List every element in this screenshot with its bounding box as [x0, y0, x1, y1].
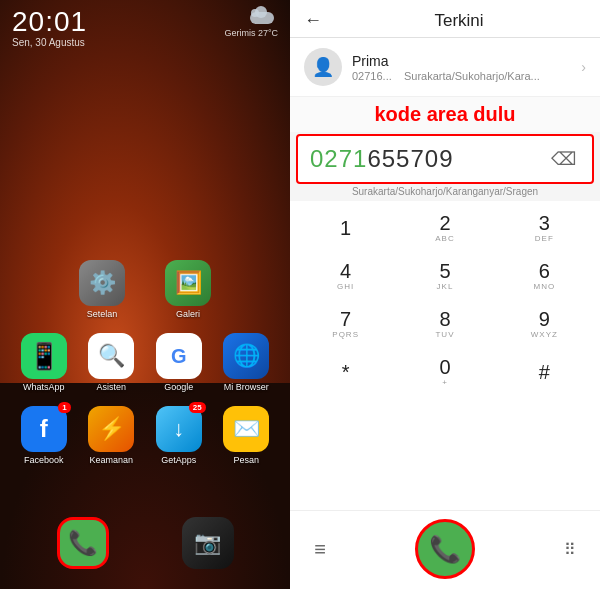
app-icon-setelan[interactable]: ⚙️ Setelan: [74, 260, 130, 319]
time-display: 20:01: [12, 8, 87, 36]
pesan-icon: ✉️: [223, 406, 269, 452]
key-3[interactable]: 3 DEF: [503, 205, 585, 251]
key-star[interactable]: *: [305, 349, 387, 395]
key-1[interactable]: 1: [305, 205, 387, 251]
grid-button[interactable]: ⠿: [552, 531, 588, 567]
dialer-bottom: ≡ 📞 ⠿: [290, 510, 600, 589]
camera-icon: 📷: [194, 530, 221, 556]
mibrowser-icon: 🌐: [223, 333, 269, 379]
call-button[interactable]: 📞: [415, 519, 475, 579]
app-icon-galeri[interactable]: 🖼️ Galeri: [160, 260, 216, 319]
app-row-3: f 1 Facebook ⚡ Keamanan ↓ 25 GetApps ✉️ …: [10, 406, 280, 465]
contact-number: 02716... Surakarta/Sukoharjo/Kara...: [352, 70, 571, 82]
app-icon-keamanan[interactable]: ⚡ Keamanan: [83, 406, 139, 465]
app-icon-google[interactable]: G Google: [151, 333, 207, 392]
right-panel: ← Terkini 👤 Prima 02716... Surakarta/Suk…: [290, 0, 600, 589]
getapps-label: GetApps: [161, 455, 196, 465]
keypad: 1 2 ABC 3 DEF 4 GHI 5 JKL 6: [290, 201, 600, 510]
key-0[interactable]: 0 +: [404, 349, 486, 395]
weather-block: Gerimis 27°C: [224, 8, 278, 38]
dialer-title: Terkini: [332, 11, 586, 31]
facebook-label: Facebook: [24, 455, 64, 465]
chevron-right-icon: ›: [581, 59, 586, 75]
contact-name: Prima: [352, 53, 571, 69]
number-rest-display: 655709: [367, 145, 453, 172]
key-2[interactable]: 2 ABC: [404, 205, 486, 251]
galeri-label: Galeri: [176, 309, 200, 319]
key-5[interactable]: 5 JKL: [404, 253, 486, 299]
app-icon-whatsapp[interactable]: 📱 WhatsApp: [16, 333, 72, 392]
contact-info: Prima 02716... Surakarta/Sukoharjo/Kara.…: [352, 53, 571, 82]
date-display: Sen, 30 Agustus: [12, 38, 87, 48]
key-6[interactable]: 6 MNO: [503, 253, 585, 299]
keypad-row-3: 7 PQRS 8 TUV 9 WXYZ: [296, 301, 594, 347]
input-location: Surakarta/Sukoharjo/Karanganyar/Sragen: [296, 186, 594, 197]
google-label: Google: [164, 382, 193, 392]
whatsapp-label: WhatsApp: [23, 382, 65, 392]
app-icon-asisten[interactable]: 🔍 Asisten: [83, 333, 139, 392]
keypad-row-4: * 0 + #: [296, 349, 594, 395]
google-icon: G: [156, 333, 202, 379]
contact-avatar: 👤: [304, 48, 342, 86]
keamanan-icon: ⚡: [88, 406, 134, 452]
weather-icon: [250, 8, 278, 28]
asisten-icon: 🔍: [88, 333, 134, 379]
key-8[interactable]: 8 TUV: [404, 301, 486, 347]
time-block: 20:01 Sen, 30 Agustus: [12, 8, 87, 48]
app-grid: ⚙️ Setelan 🖼️ Galeri 📱 WhatsApp 🔍 Asiste…: [0, 260, 290, 479]
app-row-1: ⚙️ Setelan 🖼️ Galeri: [10, 260, 280, 319]
dock-camera-button[interactable]: 📷: [182, 517, 234, 569]
app-row-2: 📱 WhatsApp 🔍 Asisten G Google 🌐 Mi Brows…: [10, 333, 280, 392]
facebook-icon: f 1: [21, 406, 67, 452]
key-7[interactable]: 7 PQRS: [305, 301, 387, 347]
input-number: 0271655709: [310, 145, 547, 173]
delete-button[interactable]: ⌫: [547, 144, 580, 174]
pesan-label: Pesan: [233, 455, 259, 465]
input-display: 0271655709 ⌫: [296, 134, 594, 184]
key-9[interactable]: 9 WXYZ: [503, 301, 585, 347]
menu-button[interactable]: ≡: [302, 531, 338, 567]
call-icon: 📞: [429, 534, 461, 565]
recent-item[interactable]: 👤 Prima 02716... Surakarta/Sukoharjo/Kar…: [290, 38, 600, 97]
cloud-shape: [250, 12, 274, 24]
facebook-badge: 1: [58, 402, 70, 413]
asisten-label: Asisten: [96, 382, 126, 392]
app-icon-mibrowser[interactable]: 🌐 Mi Browser: [218, 333, 274, 392]
weather-text: Gerimis 27°C: [224, 28, 278, 38]
app-icon-getapps[interactable]: ↓ 25 GetApps: [151, 406, 207, 465]
menu-icon: ≡: [314, 538, 326, 561]
setelan-icon: ⚙️: [79, 260, 125, 306]
status-bar: 20:01 Sen, 30 Agustus Gerimis 27°C: [0, 0, 290, 52]
dock: 📞 📷: [0, 509, 290, 577]
back-button[interactable]: ←: [304, 10, 322, 31]
keypad-row-1: 1 2 ABC 3 DEF: [296, 205, 594, 251]
getapps-icon: ↓ 25: [156, 406, 202, 452]
grid-icon: ⠿: [564, 540, 577, 559]
area-code-display: 0271: [310, 145, 367, 172]
keamanan-label: Keamanan: [89, 455, 133, 465]
left-panel: 20:01 Sen, 30 Agustus Gerimis 27°C ⚙️ Se…: [0, 0, 290, 589]
setelan-label: Setelan: [87, 309, 118, 319]
key-hash[interactable]: #: [503, 349, 585, 395]
key-4[interactable]: 4 GHI: [305, 253, 387, 299]
getapps-badge: 25: [189, 402, 206, 413]
app-icon-pesan[interactable]: ✉️ Pesan: [218, 406, 274, 465]
keypad-row-2: 4 GHI 5 JKL 6 MNO: [296, 253, 594, 299]
dock-phone-button[interactable]: 📞: [57, 517, 109, 569]
annotation-text: kode area dulu: [290, 97, 600, 132]
avatar-icon: 👤: [312, 56, 334, 78]
dialer-header: ← Terkini: [290, 0, 600, 38]
whatsapp-icon: 📱: [21, 333, 67, 379]
mibrowser-label: Mi Browser: [224, 382, 269, 392]
phone-icon: 📞: [68, 529, 98, 557]
galeri-icon: 🖼️: [165, 260, 211, 306]
app-icon-facebook[interactable]: f 1 Facebook: [16, 406, 72, 465]
